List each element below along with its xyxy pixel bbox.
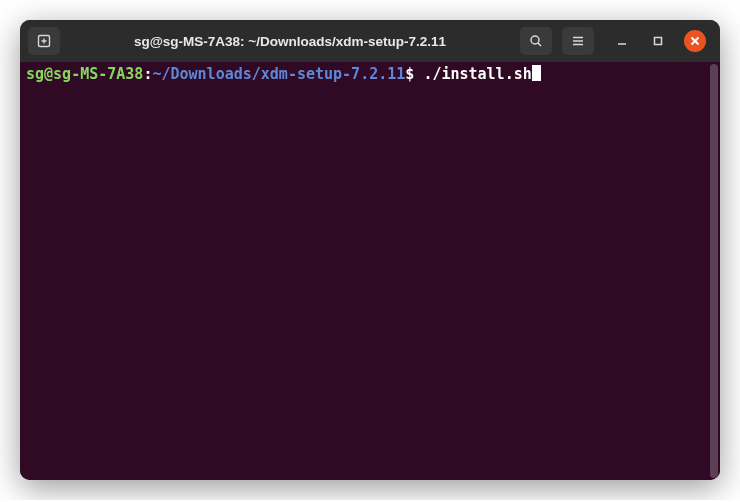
hamburger-icon xyxy=(570,33,586,49)
menu-button[interactable] xyxy=(562,27,594,55)
prompt-userhost: sg@sg-MS-7A38 xyxy=(26,65,143,83)
minimize-button[interactable] xyxy=(612,31,632,51)
new-tab-icon xyxy=(36,33,52,49)
prompt-colon: : xyxy=(143,65,152,83)
new-tab-button[interactable] xyxy=(28,27,60,55)
svg-rect-9 xyxy=(655,38,662,45)
window-controls xyxy=(612,30,706,52)
command-input: ./install.sh xyxy=(423,65,531,83)
maximize-icon xyxy=(652,35,664,47)
terminal-body[interactable]: sg@sg-MS-7A38:~/Downloads/xdm-setup-7.2.… xyxy=(20,62,720,480)
svg-point-3 xyxy=(531,36,539,44)
window-title: sg@sg-MS-7A38: ~/Downloads/xdm-setup-7.2… xyxy=(66,34,514,49)
maximize-button[interactable] xyxy=(648,31,668,51)
close-icon xyxy=(690,36,700,46)
search-button[interactable] xyxy=(520,27,552,55)
prompt-line: sg@sg-MS-7A38:~/Downloads/xdm-setup-7.2.… xyxy=(26,65,714,83)
search-icon xyxy=(528,33,544,49)
terminal-window: sg@sg-MS-7A38: ~/Downloads/xdm-setup-7.2… xyxy=(20,20,720,480)
close-button[interactable] xyxy=(684,30,706,52)
scrollbar-thumb[interactable] xyxy=(710,64,718,478)
titlebar: sg@sg-MS-7A38: ~/Downloads/xdm-setup-7.2… xyxy=(20,20,720,62)
minimize-icon xyxy=(616,35,628,47)
svg-line-4 xyxy=(538,43,541,46)
titlebar-right xyxy=(520,27,712,55)
titlebar-left xyxy=(28,27,60,55)
cursor xyxy=(532,65,541,81)
scrollbar[interactable] xyxy=(710,64,718,478)
prompt-path: ~/Downloads/xdm-setup-7.2.11 xyxy=(152,65,405,83)
prompt-dollar: $ xyxy=(405,65,423,83)
